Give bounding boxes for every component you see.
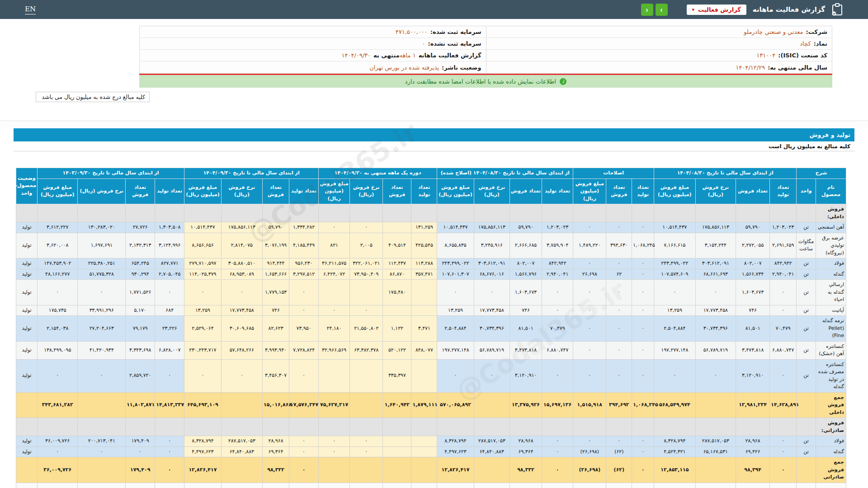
value-cell-g4m [319, 204, 350, 222]
amounts-in-million-rial-subtitle: کلیه مبالغ به میلیون ریال است [14, 141, 854, 151]
value-cell-g1m: ۱۲,۸۵۳,۱۱۵ [654, 457, 696, 483]
table-row: فولادتن۰۲۸,۹۶۸۲۸۷,۵۱۷,۰۵۳۸,۳۲۸,۷۹۴۰۰۰۰۲۸… [16, 436, 846, 447]
value-cell-g2m [573, 204, 606, 222]
value-cell-g2t: ۰ [632, 280, 654, 305]
unit-cell [797, 483, 816, 488]
product-status-cell: تولید [16, 436, 38, 447]
column-header-qty-produced: تعداد تولید [411, 178, 437, 204]
value-cell-g1t: ۰ [770, 446, 797, 457]
value-cell-g5f [263, 483, 289, 488]
registered-capital-row: سرمایه ثبت شده: ۴۷۱,۵۰۰,۰۰۰ [140, 26, 486, 38]
product-status-cell: تولید [16, 280, 38, 305]
value-cell-g4f [383, 222, 411, 233]
value-cell-g2f [606, 418, 632, 436]
value-cell-g4m: ۸۲۱ [319, 233, 350, 258]
value-cell-g5t: ۷,۷۲۸,۸۲۴ [289, 341, 319, 359]
fiscal-year-row: سال مالی منتهی به: ۱۴۰۴/۱۲/۲۹ [486, 61, 832, 73]
next-report-button[interactable]: › [656, 4, 668, 16]
unit-cell: تن [797, 305, 816, 316]
value-cell-g5t: ۰ [289, 436, 319, 447]
column-header-qty-sold: تعداد فروش [263, 178, 289, 204]
clipboard-report-icon [831, 3, 843, 16]
value-cell-g6n: ۲۲۵,۳۸۰,۲۵۱ [78, 258, 126, 269]
english-language-link[interactable]: EN [25, 5, 36, 14]
column-header-sale-rate: نرخ فروش (ریال) [78, 178, 126, 204]
value-cell-g3t: ۷۰,۴۷۹ [542, 316, 573, 342]
product-status-cell: تولید [16, 269, 38, 280]
value-cell-g4n [350, 483, 383, 488]
product-status-cell [16, 392, 38, 418]
value-cell-g5f: ۸۲,۶۲۳ [263, 316, 289, 342]
value-cell-g2m: ۱,۴۸۹,۲۲۰ [573, 233, 606, 258]
unit-cell [797, 418, 816, 436]
value-cell-g5f: ۹۱۴,۴۴۴ [263, 258, 289, 269]
value-cell-g4n [350, 392, 383, 418]
group-header-ytd-0830-adjusted: از ابتدای سال مالی تا تاریخ ۱۴۰۴/۰۸/۳۰ (… [437, 168, 573, 179]
product-name-cell: فولاد [816, 436, 846, 447]
column-header-sale-amount: مبلغ فروش (میلیون ریال) [37, 178, 77, 204]
value-cell-g4t: ۱۳۱,۲۵۹ [411, 222, 437, 233]
value-cell-g2f: ۰ [606, 359, 632, 392]
unit-cell: تن [797, 280, 816, 305]
value-cell-g6t: ۲,۷۰۵,۰۴۵ [155, 269, 184, 280]
value-cell-g1t: ۲,۶۹۱,۶۵۹ [770, 233, 797, 258]
report-type-dropdown-label: گزارش فعالیت [698, 6, 741, 13]
value-cell-g5f: ۳,۹۹۳,۹۴۰ [263, 341, 289, 359]
value-cell-g3m: ۱۰۷,۶۰۱,۳۰۷ [437, 269, 474, 280]
value-cell-g6m: ۳,۶۱۲,۲۲۷ [37, 222, 77, 233]
group-header-ytd-0830: از ابتدای سال مالی تا تاریخ ۱۴۰۴/۰۸/۳۰ [654, 168, 797, 179]
value-cell-g5n: ۲۸۷,۵۱۷,۰۵۳ [221, 436, 262, 447]
report-period-length: ۱ ماهه [400, 52, 416, 59]
value-cell-g4f [383, 204, 411, 222]
value-cell-g3m [437, 204, 474, 222]
value-cell-g5n [221, 483, 262, 488]
value-cell-g6n [78, 418, 126, 436]
prev-report-button[interactable]: ‹ [641, 4, 653, 16]
value-cell-g6t: ۰ [155, 457, 184, 483]
value-cell-g5t: ۱۷,۵۷۶,۲۴۷ [289, 392, 319, 418]
product-status-cell: تولید [16, 233, 38, 258]
value-cell-g5n: ۵۷,۶۴۸,۲۶۶ [221, 341, 262, 359]
value-cell-g1n: ۳۰,۷۳۴,۳۹۶ [695, 316, 736, 342]
value-cell-g3t: ۰ [542, 436, 573, 447]
value-cell-g3m: ۲,۵۰۴,۸۸۴ [437, 316, 474, 342]
value-cell-g5f: ۱,۷۷۹,۱۵۳ [263, 280, 289, 305]
value-cell-g6m: ۱۳۸,۴۹۹,۰۹۵ [37, 341, 77, 359]
column-header-sale-rate: نرخ فروش (ریال) [350, 178, 383, 204]
value-cell-g3f [509, 483, 542, 488]
value-cell-g6n: ۲۰۰,۷۱۳,۰۴۱ [78, 436, 126, 447]
value-cell-g6t: ۶۸۴ [155, 305, 184, 316]
unit-cell [797, 392, 816, 418]
value-cell-g1m: ۲,۵۰۴,۸۸۴ [654, 316, 696, 342]
value-cell-g2t: ۰ [632, 316, 654, 342]
value-cell-g6t [155, 418, 184, 436]
value-cell-g4f: ۳۳۵,۳۹۷ [383, 359, 411, 392]
report-type-dropdown[interactable]: گزارش فعالیت ▾ [687, 5, 746, 15]
value-cell-g3n: ۵۶,۷۸۹,۷۱۹ [474, 341, 509, 359]
top-bar: گزارش فعالیت ماهانه گزارش فعالیت ▾ › ‹ E… [0, 0, 868, 19]
symbol-label: نماد: [814, 40, 827, 47]
value-cell-g4f [383, 483, 411, 488]
value-cell-g6f: ۱۷۹,۴۰۹ [126, 436, 155, 447]
value-cell-g5m: ۰ [184, 280, 221, 305]
value-cell-g5t: ۰ [289, 446, 319, 457]
value-cell-g4t: ۳۵۷,۴۷۱ [411, 269, 437, 280]
value-cell-g5f [263, 204, 289, 222]
unit-cell [797, 204, 816, 222]
value-cell-g1f [736, 483, 770, 488]
value-cell-g2m: (۲۶,۶۹۸) [573, 446, 606, 457]
value-cell-g2t: ۰ [632, 258, 654, 269]
unit-cell: تن [797, 341, 816, 359]
value-cell-g2f [606, 204, 632, 222]
group-header-adjustments: اصلاحات [573, 168, 654, 179]
value-cell-g1n [695, 392, 736, 418]
value-cell-g1n [695, 483, 736, 488]
value-cell-g6n [78, 457, 126, 483]
value-cell-g2m: ۰ [573, 359, 606, 392]
value-cell-g5m: ۱۳,۲۵۹ [184, 305, 221, 316]
value-cell-g1t: ۸۴۲,۹۴۲ [770, 258, 797, 269]
value-cell-g3n: ۶۸,۶۷۶,۰۱۶ [474, 269, 509, 280]
value-cell-g1f: ۸۰۲,۰۰۷ [736, 258, 770, 269]
table-row: کنسانتره آهن (خشک)تن۶,۸۸۰,۷۴۷۳,۴۷۳,۸۱۸۵۶… [16, 341, 846, 359]
value-cell-g4n: ۲,۰۰۵ [350, 233, 383, 258]
